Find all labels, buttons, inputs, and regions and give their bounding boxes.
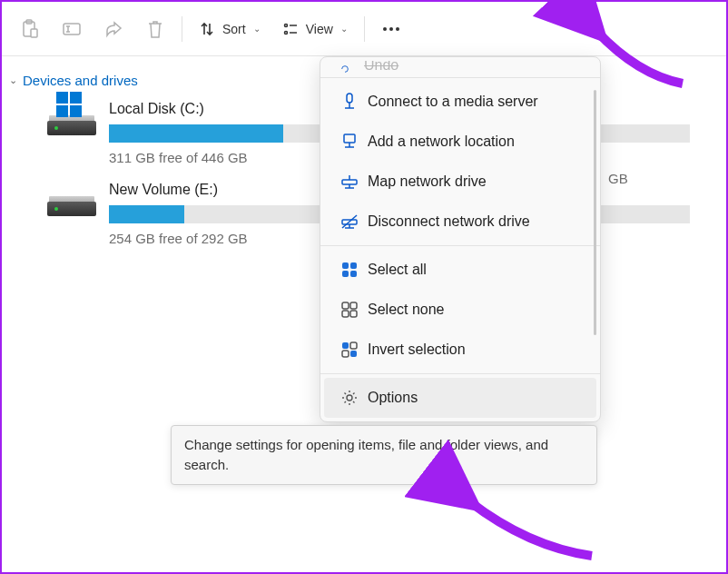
chevron-down-icon: ⌄ [340, 24, 348, 34]
svg-point-7 [389, 27, 393, 31]
svg-rect-15 [350, 262, 357, 269]
menu-select-all[interactable]: Select all [320, 250, 600, 290]
menu-label: Invert selection [368, 341, 466, 358]
menu-disconnect-network-drive[interactable]: Disconnect network drive [320, 202, 600, 242]
select-all-icon [337, 262, 362, 278]
toolbar-divider [182, 16, 182, 42]
drive-stats-overflow: GB [608, 171, 628, 186]
media-server-icon [337, 93, 362, 111]
svg-rect-10 [344, 134, 355, 143]
menu-select-none[interactable]: Select none [320, 290, 600, 330]
menu-options[interactable]: Options [324, 378, 596, 418]
sort-button[interactable]: Sort ⌄ [188, 9, 271, 49]
menu-item-undo-clipped[interactable]: Undo [320, 61, 600, 74]
section-title: Devices and drives [23, 73, 138, 88]
sort-label: Sort [222, 22, 246, 36]
svg-point-6 [383, 27, 387, 31]
annotation-arrow [583, 20, 692, 95]
windows-badge-icon [56, 92, 82, 117]
menu-connect-media-server[interactable]: Connect to a media server [320, 82, 600, 122]
chevron-down-icon: ⌄ [253, 24, 261, 34]
disconnect-drive-icon [337, 213, 362, 230]
options-tooltip: Change settings for opening items, file … [171, 425, 597, 485]
svg-rect-20 [342, 311, 349, 317]
delete-button[interactable] [134, 9, 176, 49]
more-menu: Undo Connect to a media server Add a net… [320, 56, 601, 422]
toolbar-divider [364, 16, 365, 42]
svg-point-26 [347, 395, 352, 401]
menu-label: Select all [368, 262, 427, 278]
svg-rect-11 [342, 180, 357, 184]
svg-rect-24 [342, 351, 349, 357]
menu-separator [320, 245, 600, 246]
svg-rect-22 [342, 342, 349, 349]
svg-rect-19 [350, 302, 357, 309]
gear-icon [337, 390, 362, 406]
map-drive-icon [337, 173, 362, 190]
menu-label: Select none [368, 302, 445, 318]
menu-label: Add a network location [368, 134, 515, 150]
network-location-icon [337, 133, 362, 151]
svg-rect-16 [342, 271, 349, 277]
svg-rect-25 [350, 351, 357, 357]
view-button[interactable]: View ⌄ [271, 9, 359, 49]
menu-label: Connect to a media server [368, 94, 538, 110]
svg-point-8 [396, 27, 399, 31]
paste-button[interactable] [9, 9, 51, 49]
svg-rect-3 [64, 24, 80, 35]
svg-rect-2 [31, 29, 37, 37]
svg-rect-23 [350, 342, 357, 349]
svg-rect-9 [347, 94, 352, 103]
invert-selection-icon [337, 341, 362, 358]
menu-separator [320, 373, 600, 374]
drive-icon [47, 101, 98, 141]
svg-rect-17 [350, 271, 357, 277]
chevron-down-icon: ⌄ [9, 74, 17, 86]
share-button[interactable] [93, 9, 134, 49]
menu-invert-selection[interactable]: Invert selection [320, 330, 600, 370]
svg-rect-21 [350, 311, 357, 317]
menu-label: Options [368, 390, 418, 406]
svg-point-4 [284, 24, 287, 26]
svg-rect-18 [342, 302, 349, 309]
rename-button[interactable] [51, 9, 93, 49]
menu-separator [320, 77, 600, 78]
menu-map-network-drive[interactable]: Map network drive [320, 162, 600, 202]
annotation-arrow [456, 492, 601, 568]
menu-label: Disconnect network drive [368, 213, 530, 230]
svg-point-5 [284, 31, 287, 34]
more-button[interactable] [370, 9, 412, 49]
menu-scrollbar[interactable] [594, 90, 596, 335]
view-label: View [306, 22, 333, 36]
menu-add-network-location[interactable]: Add a network location [320, 122, 600, 162]
svg-rect-14 [342, 262, 349, 269]
drive-icon [47, 182, 98, 222]
menu-label: Map network drive [368, 173, 487, 190]
select-none-icon [337, 302, 362, 318]
